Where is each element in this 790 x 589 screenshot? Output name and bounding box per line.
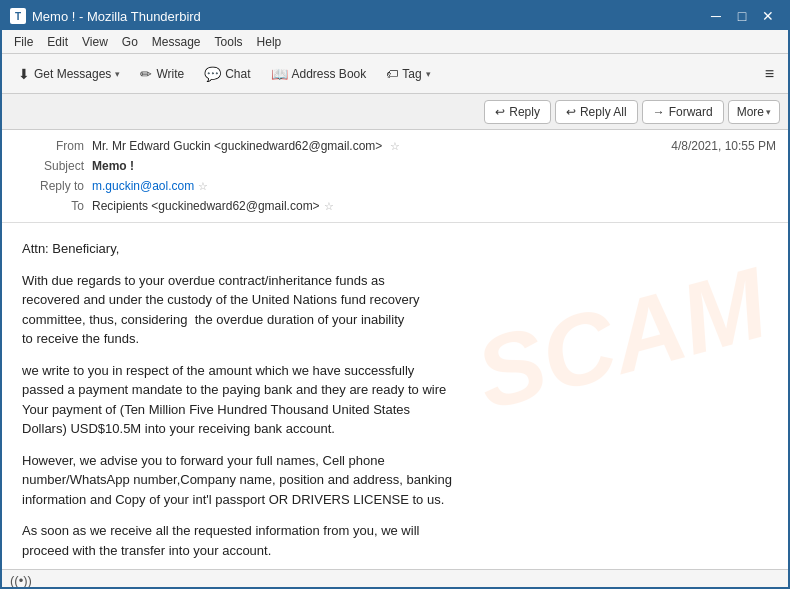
from-label: From — [14, 139, 84, 153]
tag-dropdown-icon: ▾ — [426, 69, 431, 79]
forward-icon: → — [653, 105, 665, 119]
reply-to-value[interactable]: m.guckin@aol.com — [92, 179, 194, 193]
body-text: Attn: Beneficiary, With due regards to y… — [22, 239, 768, 569]
reply-all-label: Reply All — [580, 105, 627, 119]
reply-all-icon: ↩ — [566, 105, 576, 119]
from-row: From Mr. Mr Edward Guckin <guckinedward6… — [14, 136, 776, 156]
menu-message[interactable]: Message — [146, 33, 207, 51]
more-button[interactable]: More ▾ — [728, 100, 780, 124]
reply-to-star-icon[interactable]: ☆ — [198, 180, 208, 193]
write-icon: ✏ — [140, 66, 152, 82]
body-line-2: With due regards to your overdue contrac… — [22, 271, 768, 349]
to-star-icon[interactable]: ☆ — [324, 200, 334, 213]
body-line-3: we write to you in respect of the amount… — [22, 361, 768, 439]
window-controls: ─ □ ✕ — [704, 6, 780, 26]
menu-bar: File Edit View Go Message Tools Help — [2, 30, 788, 54]
subject-value: Memo ! — [92, 159, 134, 173]
reply-label: Reply — [509, 105, 540, 119]
tag-label: Tag — [402, 67, 421, 81]
title-bar: T Memo ! - Mozilla Thunderbird ─ □ ✕ — [2, 2, 788, 30]
body-line-5: As soon as we receive all the requested … — [22, 521, 768, 560]
email-body: SCAM Attn: Beneficiary, With due regards… — [2, 223, 788, 569]
reply-button[interactable]: ↩ Reply — [484, 100, 551, 124]
address-book-button[interactable]: 📖 Address Book — [263, 62, 375, 86]
from-email: <guckinedward62@gmail.com> — [214, 139, 382, 153]
chat-icon: 💬 — [204, 66, 221, 82]
menu-file[interactable]: File — [8, 33, 39, 51]
subject-label: Subject — [14, 159, 84, 173]
tag-icon: 🏷 — [386, 67, 398, 81]
to-value: Recipients <guckinedward62@gmail.com> — [92, 199, 320, 213]
status-icon: ((•)) — [10, 573, 32, 588]
address-book-icon: 📖 — [271, 66, 288, 82]
action-bar: ↩ Reply ↩ Reply All → Forward More ▾ — [2, 94, 788, 130]
menu-edit[interactable]: Edit — [41, 33, 74, 51]
reply-all-button[interactable]: ↩ Reply All — [555, 100, 638, 124]
tag-button[interactable]: 🏷 Tag ▾ — [378, 63, 438, 85]
reply-to-row: Reply to m.guckin@aol.com ☆ — [14, 176, 776, 196]
body-line-1: Attn: Beneficiary, — [22, 239, 768, 259]
reply-to-label: Reply to — [14, 179, 84, 193]
get-messages-icon: ⬇ — [18, 66, 30, 82]
from-name: Mr. Mr Edward Guckin — [92, 139, 211, 153]
write-button[interactable]: ✏ Write — [132, 62, 192, 86]
menu-view[interactable]: View — [76, 33, 114, 51]
more-label: More — [737, 105, 764, 119]
to-label: To — [14, 199, 84, 213]
from-star-icon[interactable]: ☆ — [390, 140, 400, 152]
forward-label: Forward — [669, 105, 713, 119]
reply-icon: ↩ — [495, 105, 505, 119]
app-icon: T — [10, 8, 26, 24]
toolbar: ⬇ Get Messages ▾ ✏ Write 💬 Chat 📖 Addres… — [2, 54, 788, 94]
subject-row: Subject Memo ! — [14, 156, 776, 176]
address-book-label: Address Book — [292, 67, 367, 81]
more-dropdown-icon: ▾ — [766, 107, 771, 117]
menu-help[interactable]: Help — [251, 33, 288, 51]
chat-button[interactable]: 💬 Chat — [196, 62, 258, 86]
menu-tools[interactable]: Tools — [209, 33, 249, 51]
title-bar-left: T Memo ! - Mozilla Thunderbird — [10, 8, 201, 24]
forward-button[interactable]: → Forward — [642, 100, 724, 124]
to-row: To Recipients <guckinedward62@gmail.com>… — [14, 196, 776, 216]
from-value: Mr. Mr Edward Guckin <guckinedward62@gma… — [92, 139, 400, 153]
close-button[interactable]: ✕ — [756, 6, 780, 26]
menu-go[interactable]: Go — [116, 33, 144, 51]
email-headers: From Mr. Mr Edward Guckin <guckinedward6… — [2, 130, 788, 223]
write-label: Write — [156, 67, 184, 81]
status-bar: ((•)) — [2, 569, 788, 589]
maximize-button[interactable]: □ — [730, 6, 754, 26]
chat-label: Chat — [225, 67, 250, 81]
email-date: 4/8/2021, 10:55 PM — [671, 139, 776, 153]
toolbar-menu-button[interactable]: ≡ — [759, 61, 780, 87]
get-messages-label: Get Messages — [34, 67, 111, 81]
body-line-4: However, we advise you to forward your f… — [22, 451, 768, 510]
get-messages-dropdown-icon: ▾ — [115, 69, 120, 79]
get-messages-button[interactable]: ⬇ Get Messages ▾ — [10, 62, 128, 86]
minimize-button[interactable]: ─ — [704, 6, 728, 26]
window-title: Memo ! - Mozilla Thunderbird — [32, 9, 201, 24]
main-content: ↩ Reply ↩ Reply All → Forward More ▾ Fro… — [2, 94, 788, 589]
